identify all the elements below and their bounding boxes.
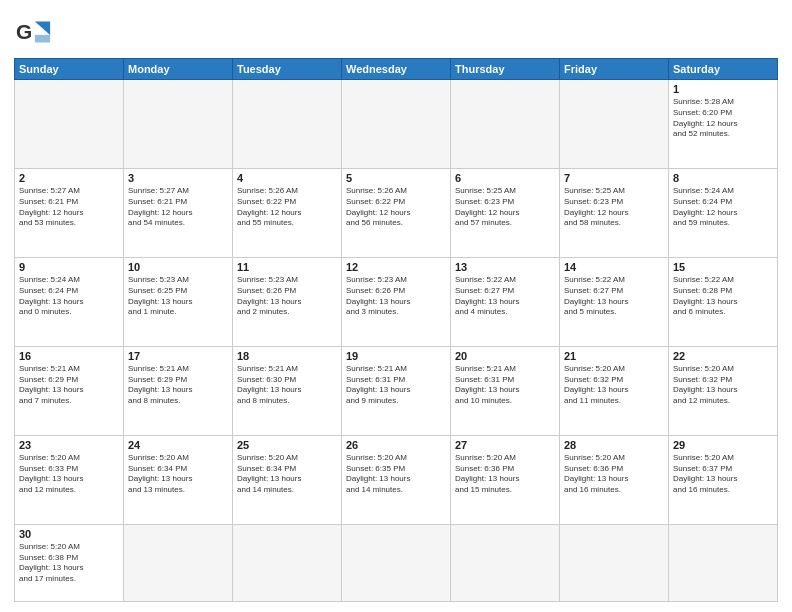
day-number: 19 — [346, 350, 446, 362]
calendar-cell: 16Sunrise: 5:21 AM Sunset: 6:29 PM Dayli… — [15, 346, 124, 435]
calendar-cell — [451, 80, 560, 169]
day-number: 3 — [128, 172, 228, 184]
calendar-cell: 27Sunrise: 5:20 AM Sunset: 6:36 PM Dayli… — [451, 435, 560, 524]
page: G SundayMondayTuesdayWednesdayThursdayFr… — [0, 0, 792, 612]
day-number: 20 — [455, 350, 555, 362]
day-number: 5 — [346, 172, 446, 184]
calendar-cell — [560, 524, 669, 601]
calendar-week-row: 16Sunrise: 5:21 AM Sunset: 6:29 PM Dayli… — [15, 346, 778, 435]
calendar-cell: 12Sunrise: 5:23 AM Sunset: 6:26 PM Dayli… — [342, 257, 451, 346]
day-info: Sunrise: 5:21 AM Sunset: 6:31 PM Dayligh… — [455, 364, 555, 407]
calendar-cell: 7Sunrise: 5:25 AM Sunset: 6:23 PM Daylig… — [560, 168, 669, 257]
calendar-day-header: Tuesday — [233, 59, 342, 80]
day-info: Sunrise: 5:22 AM Sunset: 6:28 PM Dayligh… — [673, 275, 773, 318]
day-number: 18 — [237, 350, 337, 362]
day-info: Sunrise: 5:27 AM Sunset: 6:21 PM Dayligh… — [128, 186, 228, 229]
calendar-day-header: Friday — [560, 59, 669, 80]
day-info: Sunrise: 5:21 AM Sunset: 6:29 PM Dayligh… — [128, 364, 228, 407]
calendar-cell: 29Sunrise: 5:20 AM Sunset: 6:37 PM Dayli… — [669, 435, 778, 524]
calendar-cell: 8Sunrise: 5:24 AM Sunset: 6:24 PM Daylig… — [669, 168, 778, 257]
calendar-cell — [451, 524, 560, 601]
calendar-cell: 4Sunrise: 5:26 AM Sunset: 6:22 PM Daylig… — [233, 168, 342, 257]
calendar-day-header: Sunday — [15, 59, 124, 80]
day-info: Sunrise: 5:23 AM Sunset: 6:26 PM Dayligh… — [237, 275, 337, 318]
calendar-cell — [233, 524, 342, 601]
generalblue-logo-icon: G — [14, 14, 52, 52]
day-number: 16 — [19, 350, 119, 362]
day-number: 6 — [455, 172, 555, 184]
calendar-cell: 9Sunrise: 5:24 AM Sunset: 6:24 PM Daylig… — [15, 257, 124, 346]
day-number: 28 — [564, 439, 664, 451]
day-info: Sunrise: 5:27 AM Sunset: 6:21 PM Dayligh… — [19, 186, 119, 229]
logo: G — [14, 14, 56, 52]
day-number: 8 — [673, 172, 773, 184]
day-info: Sunrise: 5:25 AM Sunset: 6:23 PM Dayligh… — [455, 186, 555, 229]
day-info: Sunrise: 5:24 AM Sunset: 6:24 PM Dayligh… — [19, 275, 119, 318]
day-number: 21 — [564, 350, 664, 362]
day-info: Sunrise: 5:20 AM Sunset: 6:36 PM Dayligh… — [455, 453, 555, 496]
calendar-day-header: Thursday — [451, 59, 560, 80]
calendar-cell: 14Sunrise: 5:22 AM Sunset: 6:27 PM Dayli… — [560, 257, 669, 346]
day-number: 1 — [673, 83, 773, 95]
day-number: 17 — [128, 350, 228, 362]
calendar-day-header: Saturday — [669, 59, 778, 80]
calendar-week-row: 1Sunrise: 5:28 AM Sunset: 6:20 PM Daylig… — [15, 80, 778, 169]
calendar-cell: 2Sunrise: 5:27 AM Sunset: 6:21 PM Daylig… — [15, 168, 124, 257]
calendar-cell — [669, 524, 778, 601]
calendar-cell: 11Sunrise: 5:23 AM Sunset: 6:26 PM Dayli… — [233, 257, 342, 346]
day-info: Sunrise: 5:25 AM Sunset: 6:23 PM Dayligh… — [564, 186, 664, 229]
day-number: 4 — [237, 172, 337, 184]
calendar-cell: 10Sunrise: 5:23 AM Sunset: 6:25 PM Dayli… — [124, 257, 233, 346]
day-info: Sunrise: 5:24 AM Sunset: 6:24 PM Dayligh… — [673, 186, 773, 229]
calendar-week-row: 30Sunrise: 5:20 AM Sunset: 6:38 PM Dayli… — [15, 524, 778, 601]
calendar-cell: 3Sunrise: 5:27 AM Sunset: 6:21 PM Daylig… — [124, 168, 233, 257]
day-number: 24 — [128, 439, 228, 451]
day-info: Sunrise: 5:20 AM Sunset: 6:38 PM Dayligh… — [19, 542, 119, 585]
calendar-cell: 18Sunrise: 5:21 AM Sunset: 6:30 PM Dayli… — [233, 346, 342, 435]
day-number: 29 — [673, 439, 773, 451]
day-info: Sunrise: 5:20 AM Sunset: 6:33 PM Dayligh… — [19, 453, 119, 496]
day-info: Sunrise: 5:20 AM Sunset: 6:34 PM Dayligh… — [237, 453, 337, 496]
svg-marker-3 — [35, 35, 50, 43]
day-number: 11 — [237, 261, 337, 273]
day-number: 9 — [19, 261, 119, 273]
day-info: Sunrise: 5:21 AM Sunset: 6:31 PM Dayligh… — [346, 364, 446, 407]
calendar-cell: 26Sunrise: 5:20 AM Sunset: 6:35 PM Dayli… — [342, 435, 451, 524]
day-number: 25 — [237, 439, 337, 451]
header: G — [14, 10, 778, 52]
day-info: Sunrise: 5:23 AM Sunset: 6:26 PM Dayligh… — [346, 275, 446, 318]
day-info: Sunrise: 5:20 AM Sunset: 6:37 PM Dayligh… — [673, 453, 773, 496]
calendar-cell: 15Sunrise: 5:22 AM Sunset: 6:28 PM Dayli… — [669, 257, 778, 346]
calendar-cell: 28Sunrise: 5:20 AM Sunset: 6:36 PM Dayli… — [560, 435, 669, 524]
calendar-cell — [342, 524, 451, 601]
day-number: 13 — [455, 261, 555, 273]
calendar-cell — [560, 80, 669, 169]
calendar-cell: 19Sunrise: 5:21 AM Sunset: 6:31 PM Dayli… — [342, 346, 451, 435]
day-number: 15 — [673, 261, 773, 273]
day-info: Sunrise: 5:20 AM Sunset: 6:34 PM Dayligh… — [128, 453, 228, 496]
calendar-week-row: 2Sunrise: 5:27 AM Sunset: 6:21 PM Daylig… — [15, 168, 778, 257]
day-number: 7 — [564, 172, 664, 184]
calendar-day-header: Monday — [124, 59, 233, 80]
calendar-cell: 25Sunrise: 5:20 AM Sunset: 6:34 PM Dayli… — [233, 435, 342, 524]
day-info: Sunrise: 5:26 AM Sunset: 6:22 PM Dayligh… — [237, 186, 337, 229]
day-number: 14 — [564, 261, 664, 273]
calendar-cell: 21Sunrise: 5:20 AM Sunset: 6:32 PM Dayli… — [560, 346, 669, 435]
day-info: Sunrise: 5:22 AM Sunset: 6:27 PM Dayligh… — [564, 275, 664, 318]
calendar-week-row: 23Sunrise: 5:20 AM Sunset: 6:33 PM Dayli… — [15, 435, 778, 524]
calendar-cell: 20Sunrise: 5:21 AM Sunset: 6:31 PM Dayli… — [451, 346, 560, 435]
day-info: Sunrise: 5:21 AM Sunset: 6:29 PM Dayligh… — [19, 364, 119, 407]
calendar-week-row: 9Sunrise: 5:24 AM Sunset: 6:24 PM Daylig… — [15, 257, 778, 346]
calendar-day-header: Wednesday — [342, 59, 451, 80]
calendar-cell: 22Sunrise: 5:20 AM Sunset: 6:32 PM Dayli… — [669, 346, 778, 435]
day-number: 22 — [673, 350, 773, 362]
day-number: 10 — [128, 261, 228, 273]
calendar-cell: 1Sunrise: 5:28 AM Sunset: 6:20 PM Daylig… — [669, 80, 778, 169]
day-number: 23 — [19, 439, 119, 451]
calendar-cell: 24Sunrise: 5:20 AM Sunset: 6:34 PM Dayli… — [124, 435, 233, 524]
calendar-cell — [124, 80, 233, 169]
calendar-cell: 23Sunrise: 5:20 AM Sunset: 6:33 PM Dayli… — [15, 435, 124, 524]
calendar-cell: 30Sunrise: 5:20 AM Sunset: 6:38 PM Dayli… — [15, 524, 124, 601]
calendar-table: SundayMondayTuesdayWednesdayThursdayFrid… — [14, 58, 778, 602]
day-info: Sunrise: 5:28 AM Sunset: 6:20 PM Dayligh… — [673, 97, 773, 140]
